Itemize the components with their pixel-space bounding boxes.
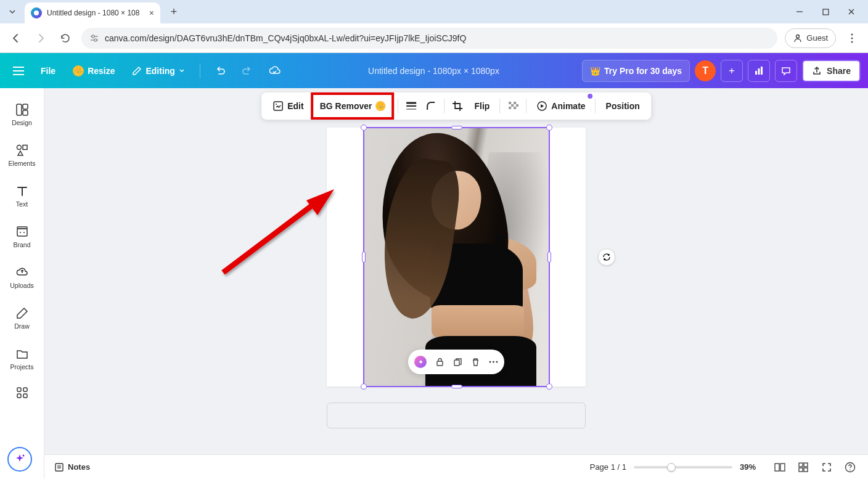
insights-button[interactable] xyxy=(748,60,770,82)
crown-icon: 👑 xyxy=(73,65,84,76)
svg-rect-63 xyxy=(799,468,803,472)
svg-rect-15 xyxy=(755,71,757,75)
lock-element-button[interactable] xyxy=(435,358,444,367)
more-element-button[interactable] xyxy=(489,361,498,363)
design-page[interactable] xyxy=(327,128,586,387)
site-settings-icon[interactable] xyxy=(90,34,99,43)
close-tab-icon[interactable]: × xyxy=(149,8,154,18)
cloud-sync-icon[interactable] xyxy=(263,60,285,82)
animate-button[interactable]: Animate xyxy=(530,95,591,117)
notes-button[interactable]: Notes xyxy=(54,462,90,472)
try-pro-label: Try Pro for 30 days xyxy=(604,66,682,76)
svg-rect-64 xyxy=(804,468,808,472)
svg-rect-59 xyxy=(775,464,779,471)
svg-rect-17 xyxy=(761,67,763,75)
profile-guest-chip[interactable]: Guest xyxy=(785,28,836,48)
svg-point-21 xyxy=(17,145,21,150)
duplicate-element-button[interactable] xyxy=(453,358,462,367)
add-page-placeholder[interactable] xyxy=(327,403,586,428)
rail-elements[interactable]: Elements xyxy=(2,136,42,174)
edit-image-button[interactable]: Edit xyxy=(266,95,309,117)
svg-rect-3 xyxy=(94,39,97,41)
rail-uploads[interactable]: Uploads xyxy=(2,258,42,297)
canva-favicon xyxy=(31,7,42,18)
page-indicator[interactable]: Page 1 / 1 xyxy=(590,462,626,472)
svg-point-55 xyxy=(496,361,498,363)
canvas-area[interactable]: Edit BG Remover 👑 Flip Animate xyxy=(44,88,868,479)
browser-menu-icon[interactable] xyxy=(843,30,861,47)
svg-rect-1 xyxy=(823,9,829,15)
bg-remover-label: BG Remover xyxy=(320,101,372,111)
grid-view-button[interactable] xyxy=(795,459,811,475)
svg-rect-20 xyxy=(23,110,28,115)
url-text: canva.com/design/DAGT6vru3hE/dnTBm_CQv4j… xyxy=(105,33,466,43)
delete-element-button[interactable] xyxy=(471,358,480,367)
resize-button[interactable]: 👑 Resize xyxy=(67,60,121,82)
svg-rect-62 xyxy=(804,463,808,467)
magic-edit-button[interactable]: ✦ xyxy=(414,356,427,368)
selected-image[interactable] xyxy=(364,128,549,387)
user-avatar[interactable]: T xyxy=(695,60,716,81)
comments-button[interactable] xyxy=(775,60,797,82)
svg-point-10 xyxy=(851,37,853,39)
divider xyxy=(444,99,444,113)
svg-point-53 xyxy=(489,361,491,363)
browser-tab[interactable]: Untitled design - 1080 × 108 × xyxy=(25,2,160,23)
zoom-percent[interactable]: 39% xyxy=(740,462,764,472)
add-member-button[interactable]: + xyxy=(721,60,743,82)
back-button[interactable] xyxy=(7,30,25,47)
sparkle-icon xyxy=(14,453,26,465)
position-button[interactable]: Position xyxy=(600,95,646,117)
projects-icon xyxy=(15,347,29,361)
crop-button[interactable] xyxy=(448,95,467,117)
svg-point-26 xyxy=(23,232,25,233)
url-bar[interactable]: canva.com/design/DAGT6vru3hE/dnTBm_CQv4j… xyxy=(81,28,777,49)
reload-button[interactable] xyxy=(57,30,74,47)
flip-button[interactable]: Flip xyxy=(468,95,496,117)
undo-button[interactable] xyxy=(209,60,231,82)
corner-radius-button[interactable] xyxy=(422,95,440,117)
brand-icon xyxy=(15,225,29,239)
share-button[interactable]: Share xyxy=(802,60,861,82)
rail-design[interactable]: Design xyxy=(2,96,42,134)
rail-draw[interactable]: Draw xyxy=(2,299,42,337)
help-button[interactable] xyxy=(842,459,858,475)
rail-projects[interactable]: Projects xyxy=(2,340,42,378)
svg-point-33 xyxy=(276,104,277,105)
svg-rect-39 xyxy=(511,104,514,107)
redo-button[interactable] xyxy=(236,60,258,82)
svg-rect-27 xyxy=(17,388,21,391)
try-pro-button[interactable]: 👑 Try Pro for 30 days xyxy=(582,60,690,82)
maximize-icon[interactable] xyxy=(821,7,830,16)
close-window-icon[interactable] xyxy=(847,7,856,16)
page-list-view-button[interactable] xyxy=(772,459,788,475)
sync-rotate-button[interactable] xyxy=(598,248,615,266)
svg-line-44 xyxy=(223,200,319,272)
svg-rect-51 xyxy=(437,361,443,366)
forward-button[interactable] xyxy=(32,30,49,47)
bg-remover-button[interactable]: BG Remover 👑 xyxy=(317,95,388,117)
rail-brand[interactable]: Brand xyxy=(2,218,42,256)
lines-icon xyxy=(406,102,417,110)
menu-hamburger-icon[interactable] xyxy=(7,60,30,82)
zoom-slider[interactable] xyxy=(634,466,732,469)
browser-toolbar: canva.com/design/DAGT6vru3hE/dnTBm_CQv4j… xyxy=(0,23,868,53)
file-menu-button[interactable]: File xyxy=(35,60,62,82)
magic-button[interactable] xyxy=(7,447,32,472)
transparency-button[interactable] xyxy=(504,95,522,117)
tab-search-dropdown[interactable] xyxy=(5,4,20,19)
page-wrap: ✦ xyxy=(327,128,586,387)
elements-icon xyxy=(15,144,29,157)
window-controls xyxy=(795,7,863,16)
svg-rect-30 xyxy=(23,394,27,398)
editing-mode-button[interactable]: Editing xyxy=(126,60,190,82)
rail-apps[interactable] xyxy=(2,380,42,405)
new-tab-button[interactable]: + xyxy=(165,3,182,20)
document-title[interactable]: Untitled design - 1080px × 1080px xyxy=(368,66,499,76)
svg-point-11 xyxy=(851,41,853,43)
zoom-thumb[interactable] xyxy=(667,463,676,472)
fullscreen-button[interactable] xyxy=(819,459,835,475)
minimize-icon[interactable] xyxy=(795,7,804,16)
border-style-button[interactable] xyxy=(402,95,420,117)
rail-text[interactable]: Text xyxy=(2,177,42,215)
